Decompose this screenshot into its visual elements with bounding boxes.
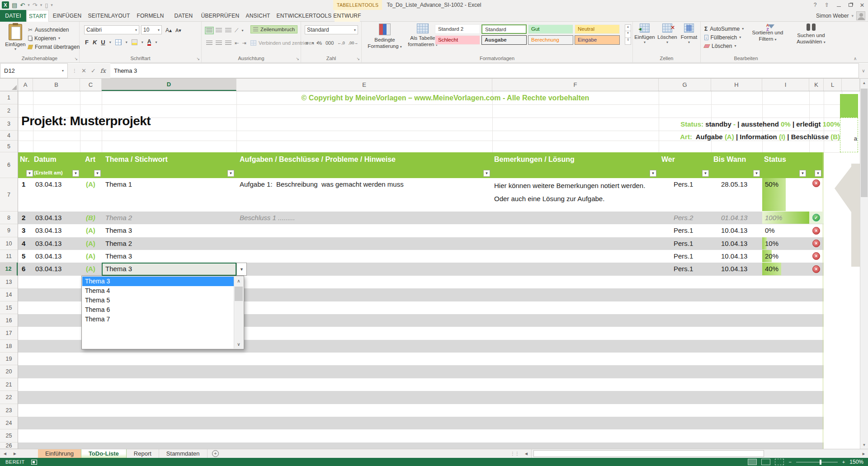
dropdown-item-thema-3[interactable]: Thema 3 xyxy=(82,277,234,286)
find-select-button[interactable]: Suchen und Auswählen ▾ xyxy=(790,24,832,45)
cell-thema[interactable]: Thema 3 xyxy=(105,252,132,260)
cell-wer[interactable]: Pers.1 xyxy=(674,240,693,247)
align-bottom-button[interactable] xyxy=(225,28,231,33)
style-chip-eingabe[interactable]: Eingabe xyxy=(575,35,620,45)
zoom-out-button[interactable]: − xyxy=(788,459,791,465)
filter-button[interactable]: ▼ xyxy=(650,170,656,177)
increase-indent-button[interactable]: ⇥ xyxy=(242,40,246,46)
align-right-button[interactable] xyxy=(225,41,231,46)
scroll-up-icon[interactable]: ▲ xyxy=(860,79,868,87)
dropdown-scrollbar[interactable]: ∧ ∨ xyxy=(234,277,243,348)
style-chip-gut[interactable]: Gut xyxy=(528,24,573,34)
confirm-entry-icon[interactable]: ✓ xyxy=(91,67,96,74)
decrease-indent-button[interactable]: ⇤ xyxy=(235,40,239,46)
format-painter-button[interactable]: Format übertragen xyxy=(28,42,80,51)
align-top-button[interactable] xyxy=(206,28,212,33)
tab-formeln[interactable]: FORMELN xyxy=(133,10,168,22)
qat-customize-icon[interactable]: ▾ xyxy=(51,3,53,7)
tab-start[interactable]: START xyxy=(27,10,49,22)
insert-cells-button[interactable]: ◄ Einfügen▾ xyxy=(634,24,656,45)
alignment-dialog-launcher[interactable]: ↘ xyxy=(296,56,299,61)
select-all-corner[interactable] xyxy=(0,79,18,91)
dropdown-scroll-down-icon[interactable]: ∨ xyxy=(234,340,243,348)
scroll-down-icon[interactable]: ▼ xyxy=(860,441,868,449)
hscroll-right-icon[interactable]: ► xyxy=(860,450,867,457)
cell-nr[interactable]: 1 xyxy=(22,180,25,188)
filter-button[interactable]: ▼ xyxy=(227,170,234,177)
row-header-8[interactable]: 8 xyxy=(0,212,18,224)
vertical-scrollbar[interactable]: ▲ ▼ xyxy=(860,79,868,449)
minimize-button[interactable] xyxy=(833,0,844,10)
account-area[interactable]: Simon Weber ▾ xyxy=(816,10,865,22)
sheet-area[interactable]: © Copyright by MeineVorlagen – www.Meine… xyxy=(18,91,860,449)
row-header-15[interactable]: 15 xyxy=(0,301,18,314)
name-box[interactable]: D12 ▾ xyxy=(0,63,68,78)
wrap-text-button[interactable]: Zeilenumbruch xyxy=(250,25,297,33)
conditional-formatting-button[interactable]: Bedingte Formatierung ▾ xyxy=(365,24,404,50)
cell-thema[interactable]: Thema 2 xyxy=(105,214,132,221)
cell-wer[interactable]: Pers.1 xyxy=(674,226,693,234)
cell-art[interactable]: (A) xyxy=(86,240,95,247)
style-chip-standard[interactable]: Standard xyxy=(481,24,527,34)
clear-button[interactable]: Löschen▾ xyxy=(704,42,744,50)
column-header-F[interactable]: F xyxy=(492,79,659,91)
format-cells-button[interactable]: Format▾ xyxy=(678,24,700,45)
row-header-25[interactable]: 25 xyxy=(0,429,18,442)
filter-button[interactable]: ▼ xyxy=(483,170,490,177)
row-header-23[interactable]: 23 xyxy=(0,404,18,417)
redo-dropdown-icon[interactable]: ▾ xyxy=(40,3,42,7)
row-header-14[interactable]: 14 xyxy=(0,288,18,301)
filter-button[interactable]: ▼ xyxy=(753,170,760,177)
cell-art[interactable]: (A) xyxy=(86,226,95,234)
style-chip-schlecht[interactable]: Schlecht xyxy=(435,35,480,45)
underline-button[interactable]: U xyxy=(101,39,105,46)
grow-font-button[interactable]: A▴ xyxy=(165,27,172,33)
cell-thema[interactable]: Thema 2 xyxy=(105,240,132,247)
save-icon[interactable]: ▤ xyxy=(12,2,17,8)
row-header-11[interactable]: 11 xyxy=(0,250,18,263)
cell-thema[interactable]: Thema 1 xyxy=(105,180,132,188)
tab-ansicht[interactable]: ANSICHT xyxy=(241,10,274,22)
help-button[interactable]: ? xyxy=(809,0,821,10)
row-header-12[interactable]: 12 xyxy=(0,263,18,276)
cell-bis-wann[interactable]: 10.04.13 xyxy=(721,252,747,260)
cell-nr[interactable]: 4 xyxy=(22,240,25,247)
copy-button[interactable]: Kopieren▾ xyxy=(28,34,80,42)
filter-button[interactable]: ▼ xyxy=(72,170,79,177)
row-header-24[interactable]: 24 xyxy=(0,417,18,429)
sheet-nav-left-icon[interactable]: ◄ xyxy=(0,449,10,458)
gallery-up-button[interactable]: ▴ xyxy=(625,24,631,31)
delete-cells-button[interactable]: ✕ Löschen▾ xyxy=(656,24,678,45)
undo-dropdown-icon[interactable]: ▾ xyxy=(28,3,30,7)
column-header-A[interactable]: A xyxy=(18,79,33,91)
comma-style-button[interactable]: 000 xyxy=(326,40,334,46)
cell-art[interactable]: (B) xyxy=(86,214,95,221)
align-center-button[interactable] xyxy=(216,41,222,46)
cell-status[interactable]: 40% xyxy=(765,265,778,273)
tab-splitter[interactable]: ⋮⋮ xyxy=(509,449,521,458)
cell-bemerkung[interactable]: Hier können weitere Bemerkungen notiert … xyxy=(494,179,650,205)
row-header-17[interactable]: 17 xyxy=(0,327,18,340)
font-dialog-launcher[interactable]: ↘ xyxy=(196,56,200,61)
zoom-level[interactable]: 150% xyxy=(849,459,863,465)
cell-bis-wann[interactable]: 10.04.13 xyxy=(721,240,747,247)
sheet-tab-report[interactable]: Report xyxy=(127,449,159,458)
cell-bis-wann[interactable]: 01.04.13 xyxy=(721,214,747,221)
insert-function-icon[interactable]: fx xyxy=(100,67,106,74)
cell-art[interactable]: (A) xyxy=(86,180,95,188)
column-header-H[interactable]: H xyxy=(711,79,762,91)
row-header-20[interactable]: 20 xyxy=(0,365,18,378)
filter-button[interactable]: ▼ xyxy=(815,170,821,177)
cell-datum[interactable]: 03.04.13 xyxy=(35,240,61,247)
italic-button[interactable]: K xyxy=(93,39,97,46)
sheet-tab-stammdaten[interactable]: Stammdaten xyxy=(159,449,208,458)
tab-entwicklertools[interactable]: ENTWICKLERTOOLS xyxy=(275,10,333,22)
column-header-I[interactable]: I xyxy=(762,79,809,91)
zoom-slider[interactable] xyxy=(796,462,838,462)
borders-icon[interactable] xyxy=(115,39,122,45)
filter-button[interactable]: ▼ xyxy=(799,170,806,177)
row-header-6[interactable]: 6 xyxy=(0,152,18,178)
page-break-view-button[interactable] xyxy=(775,459,784,465)
zoom-in-button[interactable]: + xyxy=(842,459,845,465)
cell-nr[interactable]: 2 xyxy=(22,214,25,221)
